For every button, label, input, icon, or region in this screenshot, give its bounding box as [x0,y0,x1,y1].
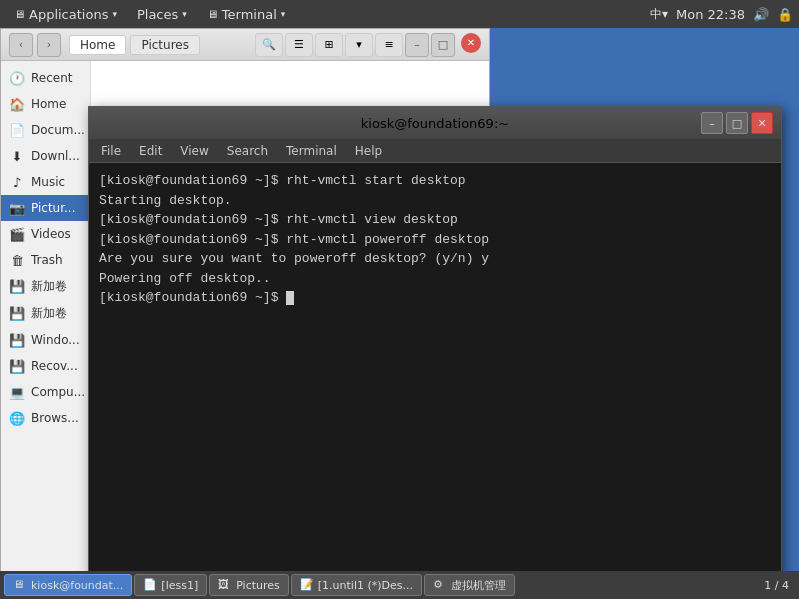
places-label: Places [137,7,178,22]
fm-pictures-button[interactable]: Pictures [130,35,200,55]
sidebar-downloads-label: Downl... [31,149,80,163]
terminal-titlebar: kiosk@foundation69:~ – □ ✕ [89,107,781,139]
applications-menu[interactable]: 🖥 Applications ▾ [6,5,125,24]
fm-back-button[interactable]: ‹ [9,33,33,57]
sidebar-item-browse[interactable]: 🌐 Brows... [1,405,90,431]
term-prompt-line: [kiosk@foundation69 ~]$ [99,288,771,308]
terminal-menu-terminal[interactable]: Terminal [278,142,345,160]
taskbar-less1-label: [less1] [161,579,198,592]
file-manager-titlebar: ‹ › Home Pictures 🔍 ☰ ⊞ ▾ ≡ – □ ✕ [1,29,489,61]
fm-toolbar-right: 🔍 ☰ ⊞ ▾ ≡ – □ ✕ [255,33,481,57]
sidebar-item-newvol1[interactable]: 💾 新加卷 [1,273,90,300]
sidebar: 🕐 Recent 🏠 Home 📄 Docum... ⬇ Downl... ♪ [1,61,91,587]
terminal-menu[interactable]: 🖥 Terminal ▾ [199,5,293,24]
taskbar: 🖥 kiosk@foundat... 📄 [less1] 🖼 Pictures … [0,571,799,599]
sidebar-item-home[interactable]: 🏠 Home [1,91,90,117]
browse-icon: 🌐 [9,410,25,426]
fm-home-button[interactable]: Home [69,35,126,55]
recovery-icon: 💾 [9,358,25,374]
taskbar-item-manage[interactable]: ⚙ 虚拟机管理 [424,574,515,596]
terminal-menu-edit[interactable]: Edit [131,142,170,160]
sidebar-videos-label: Videos [31,227,71,241]
fm-search-button[interactable]: 🔍 [255,33,283,57]
newvol1-icon: 💾 [9,279,25,295]
home-icon: 🏠 [9,96,25,112]
applications-arrow-icon: ▾ [112,9,117,19]
documents-icon: 📄 [9,122,25,138]
terminal-menubar: File Edit View Search Terminal Help [89,139,781,163]
taskbar-less1-icon: 📄 [143,578,157,592]
pictures-icon: 📷 [9,200,25,216]
desktop: ‹ › Home Pictures 🔍 ☰ ⊞ ▾ ≡ – □ ✕ 🕐 Re [0,28,799,599]
fm-dropdown-button[interactable]: ▾ [345,33,373,57]
taskbar-pictures-icon: 🖼 [218,578,232,592]
taskbar-until1-icon: 📝 [300,578,314,592]
trash-icon: 🗑 [9,252,25,268]
videos-icon: 🎬 [9,226,25,242]
recent-icon: 🕐 [9,70,25,86]
sidebar-item-computer[interactable]: 💻 Compu... [1,379,90,405]
term-line-1: [kiosk@foundation69 ~]$ rht-vmctl start … [99,171,771,191]
sidebar-item-recovery[interactable]: 💾 Recov... [1,353,90,379]
terminal-title: kiosk@foundation69:~ [361,116,509,131]
terminal-menu-file[interactable]: File [93,142,129,160]
terminal-content[interactable]: [kiosk@foundation69 ~]$ rht-vmctl start … [89,163,781,585]
sidebar-recent-label: Recent [31,71,72,85]
sidebar-pictures-label: Pictur... [31,201,76,215]
fm-minimize-button[interactable]: – [405,33,429,57]
term-line-5: Are you sure you want to poweroff deskto… [99,249,771,269]
sidebar-item-windows[interactable]: 💾 Windo... [1,327,90,353]
taskbar-item-until1[interactable]: 📝 [1.until1 (*)Des... [291,574,422,596]
fm-grid-view-button[interactable]: ⊞ [315,33,343,57]
sidebar-item-downloads[interactable]: ⬇ Downl... [1,143,90,169]
fm-list-view-button[interactable]: ☰ [285,33,313,57]
newvol2-icon: 💾 [9,306,25,322]
terminal-menu-help[interactable]: Help [347,142,390,160]
term-line-6: Powering off desktop.. [99,269,771,289]
sidebar-recovery-label: Recov... [31,359,78,373]
fm-properties-button[interactable]: ≡ [375,33,403,57]
taskbar-foundation-label: kiosk@foundat... [31,579,123,592]
terminal-minimize-button[interactable]: – [701,112,723,134]
fm-forward-button[interactable]: › [37,33,61,57]
sidebar-music-label: Music [31,175,65,189]
terminal-menu-view[interactable]: View [172,142,216,160]
volume-icon: 🔊 [753,7,769,22]
fm-maximize-button[interactable]: □ [431,33,455,57]
terminal-maximize-button[interactable]: □ [726,112,748,134]
sidebar-item-recent[interactable]: 🕐 Recent [1,65,90,91]
sidebar-newvol2-label: 新加卷 [31,305,67,322]
music-icon: ♪ [9,174,25,190]
sidebar-item-pictures[interactable]: 📷 Pictur... [1,195,90,221]
sidebar-item-documents[interactable]: 📄 Docum... [1,117,90,143]
sidebar-item-videos[interactable]: 🎬 Videos [1,221,90,247]
sidebar-trash-label: Trash [31,253,63,267]
terminal-menu-search[interactable]: Search [219,142,276,160]
terminal-label: Terminal [222,7,277,22]
term-line-3: [kiosk@foundation69 ~]$ rht-vmctl view d… [99,210,771,230]
taskbar-until1-label: [1.until1 (*)Des... [318,579,413,592]
sidebar-item-music[interactable]: ♪ Music [1,169,90,195]
fm-location-bar: Home Pictures [69,35,200,55]
sidebar-item-trash[interactable]: 🗑 Trash [1,247,90,273]
time-area: 中▾ Mon 22:38 🔊 🔒 [650,6,793,23]
taskbar-item-less1[interactable]: 📄 [less1] [134,574,207,596]
places-menu[interactable]: Places ▾ [129,5,195,24]
sidebar-windows-label: Windo... [31,333,80,347]
sidebar-newvol1-label: 新加卷 [31,278,67,295]
fm-close-button[interactable]: ✕ [461,33,481,53]
terminal-close-button[interactable]: ✕ [751,112,773,134]
sidebar-documents-label: Docum... [31,123,85,137]
sidebar-browse-label: Brows... [31,411,79,425]
taskbar-manage-label: 虚拟机管理 [451,578,506,593]
top-menubar: 🖥 Applications ▾ Places ▾ 🖥 Terminal ▾ 中… [0,0,799,28]
sidebar-item-newvol2[interactable]: 💾 新加卷 [1,300,90,327]
terminal-arrow-icon: ▾ [281,9,286,19]
applications-label: Applications [29,7,108,22]
downloads-icon: ⬇ [9,148,25,164]
taskbar-manage-icon: ⚙ [433,578,447,592]
taskbar-item-pictures[interactable]: 🖼 Pictures [209,574,289,596]
sidebar-computer-label: Compu... [31,385,85,399]
clock: Mon 22:38 [676,7,745,22]
taskbar-item-foundation[interactable]: 🖥 kiosk@foundat... [4,574,132,596]
